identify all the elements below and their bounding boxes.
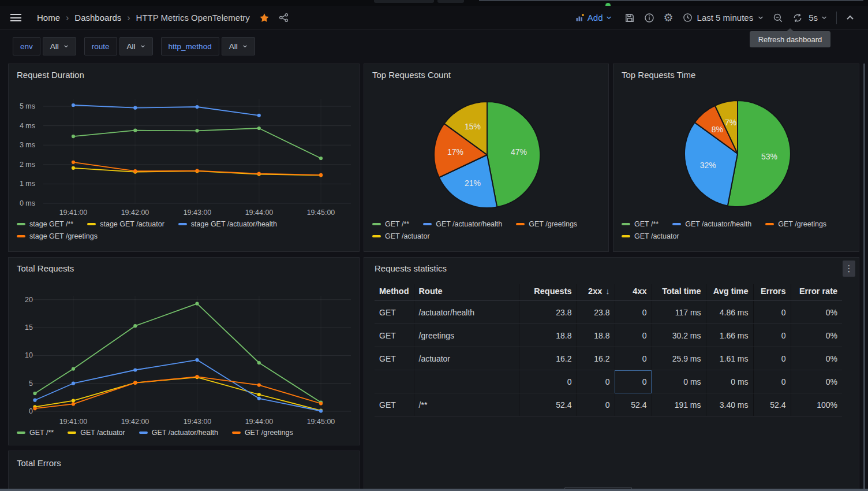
table-cell: 0 (519, 370, 577, 393)
legend-label: stage GET /greetings (29, 232, 98, 240)
total-requests-chart[interactable]: 0510152019:41:0019:42:0019:43:0019:44:00… (9, 258, 359, 447)
table-cell: 0 (615, 301, 652, 324)
legend-item[interactable]: GET /actuator (372, 232, 430, 240)
panel-total-requests: Total Requests 0510152019:41:0019:42:001… (8, 257, 360, 445)
svg-text:53%: 53% (761, 152, 777, 161)
table-cell: 0 ms (652, 370, 706, 393)
column-header-error-rate[interactable]: Error rate (791, 284, 842, 301)
legend-label: GET /greetings (529, 220, 577, 228)
legend-item[interactable]: GET /** (622, 220, 659, 228)
table-cell: 16.2 (577, 347, 615, 370)
table-row: GET/actuator/health23.823.80117 ms4.86 m… (375, 301, 842, 324)
add-panel-button[interactable]: Add (571, 9, 616, 27)
share-icon[interactable] (279, 13, 289, 23)
filter-row: env All route All http_method All (13, 37, 255, 55)
legend-item[interactable]: GET /greetings (232, 429, 293, 437)
svg-text:19:44:00: 19:44:00 (245, 209, 274, 217)
legend-item[interactable]: GET /actuator/health (139, 429, 218, 437)
breadcrumb: Home › Dashboards › HTTP Metrics OpenTel… (37, 13, 250, 23)
collapse-toolbar-button[interactable] (841, 9, 859, 27)
legend-swatch-icon (423, 223, 432, 225)
top-navigation-bar: Home › Dashboards › HTTP Metrics OpenTel… (0, 6, 868, 30)
dashboard-toolbar: Add ⚙ Last 5 minutes (571, 9, 859, 27)
legend-item[interactable]: stage GET /greetings (17, 232, 98, 240)
table-cell: 4.86 ms (706, 301, 753, 324)
info-circle-icon (644, 13, 654, 23)
panel-menu-icon[interactable]: ⋮ (843, 261, 855, 277)
legend-item[interactable]: GET /actuator (622, 232, 679, 240)
legend-label: GET /actuator/health (152, 429, 218, 437)
refresh-icon (792, 13, 803, 23)
table-cell: 23.8 (577, 301, 615, 324)
variable-label-http_method[interactable]: http_method (161, 37, 219, 55)
legend-item[interactable]: stage GET /** (17, 220, 73, 228)
variable-label-env[interactable]: env (13, 37, 40, 55)
legend-item[interactable]: GET /actuator (68, 429, 125, 437)
table-cell: 0 (577, 393, 615, 416)
legend-label: GET /** (634, 220, 659, 228)
legend-label: stage GET /** (29, 220, 73, 228)
column-header-route[interactable]: Route (414, 284, 519, 301)
column-header-errors[interactable]: Errors (753, 284, 791, 301)
legend-item[interactable]: GET /greetings (516, 220, 577, 228)
legend-label: GET /greetings (778, 220, 826, 228)
refresh-dashboard-button[interactable] (788, 9, 807, 27)
table-cell: 0 (615, 347, 652, 370)
table-cell: 100% (791, 393, 842, 416)
legend-item[interactable]: stage GET /actuator/health (178, 220, 277, 228)
breadcrumb-home[interactable]: Home (37, 13, 60, 23)
table-cell (414, 370, 519, 393)
refresh-interval-picker[interactable]: 5s (807, 9, 832, 27)
table-cell: 0 (753, 324, 791, 347)
variable-value-env[interactable]: All (43, 37, 76, 55)
legend-item[interactable]: GET /** (372, 220, 409, 228)
panel-title: Requests statistics (375, 263, 447, 273)
dashboard-insights-button[interactable] (639, 9, 659, 27)
variable-label-route[interactable]: route (84, 37, 117, 55)
save-icon (624, 13, 635, 23)
favorite-star-icon[interactable] (259, 13, 270, 23)
breadcrumb-dashboards[interactable]: Dashboards (74, 13, 121, 23)
save-dashboard-button[interactable] (620, 9, 639, 27)
svg-text:2 ms: 2 ms (20, 161, 35, 169)
legend-item[interactable]: stage GET /actuator (87, 220, 164, 228)
svg-text:7%: 7% (725, 118, 736, 127)
column-header-avg-time[interactable]: Avg time (706, 284, 753, 301)
column-header-requests[interactable]: Requests (519, 284, 577, 301)
svg-text:19:41:00: 19:41:00 (59, 209, 88, 217)
legend-swatch-icon (17, 235, 25, 237)
panel-total-errors: Total Errors (8, 451, 360, 491)
sort-desc-icon: ↓ (605, 287, 609, 296)
panel-request-duration: Request Duration 0 ms1 ms2 ms3 ms4 ms5 m… (8, 64, 360, 252)
time-range-picker[interactable]: Last 5 minutes (678, 9, 769, 27)
table-cell: 0 (753, 301, 791, 324)
legend-item[interactable]: GET /** (17, 429, 54, 437)
column-header-method[interactable]: Method (375, 284, 414, 301)
refresh-tooltip: Refresh dashboard (750, 31, 830, 47)
svg-text:8%: 8% (712, 125, 723, 134)
zoom-out-time-button[interactable] (768, 9, 788, 27)
svg-text:19:42:00: 19:42:00 (121, 418, 149, 426)
table-cell: 1.61 ms (706, 347, 753, 370)
variable-value-http_method[interactable]: All (222, 37, 255, 55)
refresh-interval-label: 5s (809, 13, 818, 23)
column-header-4xx[interactable]: 4xx (615, 284, 652, 301)
legend-item[interactable]: GET /actuator/health (672, 220, 751, 228)
legend-item[interactable]: GET /greetings (765, 220, 826, 228)
menu-toggle-icon[interactable] (9, 11, 23, 25)
table-cell[interactable]: 0 (615, 370, 652, 393)
column-header-2xx[interactable]: 2xx↓ (577, 284, 615, 301)
svg-text:4 ms: 4 ms (20, 122, 35, 130)
legend-swatch-icon (516, 223, 525, 225)
legend-swatch-icon (232, 432, 241, 434)
column-header-total-time[interactable]: Total time (652, 284, 706, 301)
variable-value-route[interactable]: All (119, 37, 153, 55)
window-bottom-edge (0, 489, 868, 491)
legend-label: GET /actuator (80, 429, 125, 437)
table-row: GET/actuator16.216.2025.9 ms1.61 ms00% (375, 347, 842, 370)
legend-label: GET /actuator/health (685, 220, 751, 228)
page-scrollbar[interactable] (863, 64, 865, 489)
table-row: GET/**52.4052.4191 ms3.40 ms52.4100% (375, 393, 842, 416)
dashboard-settings-button[interactable]: ⚙ (659, 9, 678, 27)
legend-item[interactable]: GET /actuator/health (423, 220, 502, 228)
